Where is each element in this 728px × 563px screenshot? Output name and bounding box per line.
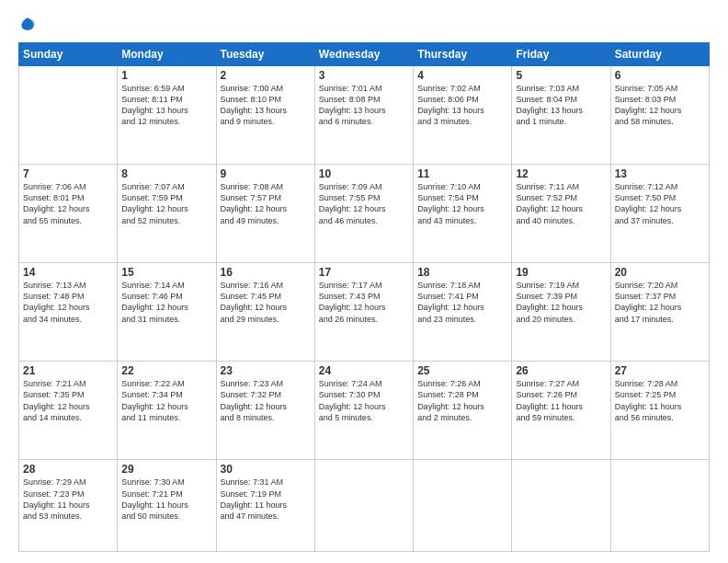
- week-row-5: 28Sunrise: 7:29 AM Sunset: 7:23 PM Dayli…: [19, 460, 710, 552]
- day-number: 1: [121, 69, 211, 82]
- calendar-cell: 5Sunrise: 7:03 AM Sunset: 8:04 PM Daylig…: [512, 66, 610, 165]
- weekday-header-row: SundayMondayTuesdayWednesdayThursdayFrid…: [19, 43, 710, 66]
- weekday-header-tuesday: Tuesday: [216, 43, 314, 66]
- week-row-2: 7Sunrise: 7:06 AM Sunset: 8:01 PM Daylig…: [19, 165, 710, 263]
- day-number: 29: [121, 463, 211, 476]
- day-number: 21: [23, 364, 113, 377]
- day-number: 4: [417, 69, 507, 82]
- cell-info: Sunrise: 7:20 AM Sunset: 7:37 PM Dayligh…: [615, 280, 705, 325]
- day-number: 10: [319, 167, 409, 180]
- day-number: 18: [417, 266, 507, 279]
- day-number: 19: [516, 266, 606, 279]
- calendar-cell: 26Sunrise: 7:27 AM Sunset: 7:26 PM Dayli…: [512, 362, 610, 460]
- day-number: 22: [121, 364, 211, 377]
- cell-info: Sunrise: 7:05 AM Sunset: 8:03 PM Dayligh…: [615, 83, 705, 128]
- calendar-cell: 27Sunrise: 7:28 AM Sunset: 7:25 PM Dayli…: [610, 362, 709, 460]
- calendar-cell: 23Sunrise: 7:23 AM Sunset: 7:32 PM Dayli…: [216, 362, 314, 460]
- day-number: 30: [221, 463, 311, 476]
- cell-info: Sunrise: 7:27 AM Sunset: 7:26 PM Dayligh…: [516, 378, 606, 423]
- cell-info: Sunrise: 7:21 AM Sunset: 7:35 PM Dayligh…: [23, 378, 113, 423]
- cell-info: Sunrise: 7:28 AM Sunset: 7:25 PM Dayligh…: [615, 378, 705, 423]
- calendar-cell: 13Sunrise: 7:12 AM Sunset: 7:50 PM Dayli…: [610, 165, 709, 263]
- day-number: 26: [516, 364, 606, 377]
- cell-info: Sunrise: 7:18 AM Sunset: 7:41 PM Dayligh…: [417, 280, 507, 325]
- weekday-header-wednesday: Wednesday: [314, 43, 413, 66]
- cell-info: Sunrise: 7:30 AM Sunset: 7:21 PM Dayligh…: [121, 477, 211, 522]
- page: SundayMondayTuesdayWednesdayThursdayFrid…: [0, 0, 728, 563]
- day-number: 24: [319, 364, 409, 377]
- cell-info: Sunrise: 7:24 AM Sunset: 7:30 PM Dayligh…: [319, 378, 409, 423]
- weekday-header-thursday: Thursday: [414, 43, 512, 66]
- calendar-cell: 28Sunrise: 7:29 AM Sunset: 7:23 PM Dayli…: [19, 460, 118, 552]
- cell-info: Sunrise: 7:02 AM Sunset: 8:06 PM Dayligh…: [417, 83, 507, 128]
- day-number: 11: [417, 167, 507, 180]
- day-number: 5: [516, 69, 606, 82]
- calendar-cell: 1Sunrise: 6:59 AM Sunset: 8:11 PM Daylig…: [118, 66, 216, 165]
- cell-info: Sunrise: 7:01 AM Sunset: 8:08 PM Dayligh…: [319, 83, 409, 128]
- day-number: 3: [319, 69, 409, 82]
- header: [18, 15, 710, 33]
- day-number: 23: [221, 364, 311, 377]
- weekday-header-friday: Friday: [512, 43, 610, 66]
- calendar-cell: 17Sunrise: 7:17 AM Sunset: 7:43 PM Dayli…: [314, 263, 413, 362]
- calendar-cell: 4Sunrise: 7:02 AM Sunset: 8:06 PM Daylig…: [414, 66, 512, 165]
- cell-info: Sunrise: 7:09 AM Sunset: 7:55 PM Dayligh…: [319, 181, 409, 226]
- weekday-header-saturday: Saturday: [610, 43, 709, 66]
- cell-info: Sunrise: 7:10 AM Sunset: 7:54 PM Dayligh…: [417, 181, 507, 226]
- cell-info: Sunrise: 7:29 AM Sunset: 7:23 PM Dayligh…: [23, 477, 113, 522]
- calendar-cell: 18Sunrise: 7:18 AM Sunset: 7:41 PM Dayli…: [414, 263, 512, 362]
- day-number: 13: [615, 167, 705, 180]
- calendar-cell: 30Sunrise: 7:31 AM Sunset: 7:19 PM Dayli…: [216, 460, 314, 552]
- calendar-cell: 20Sunrise: 7:20 AM Sunset: 7:37 PM Dayli…: [610, 263, 709, 362]
- calendar-cell: 7Sunrise: 7:06 AM Sunset: 8:01 PM Daylig…: [19, 165, 118, 263]
- calendar-cell: 14Sunrise: 7:13 AM Sunset: 7:48 PM Dayli…: [19, 263, 118, 362]
- weekday-header-monday: Monday: [118, 43, 216, 66]
- cell-info: Sunrise: 7:07 AM Sunset: 7:59 PM Dayligh…: [121, 181, 211, 226]
- logo: [18, 15, 40, 33]
- cell-info: Sunrise: 7:14 AM Sunset: 7:46 PM Dayligh…: [121, 280, 211, 325]
- calendar-cell: 3Sunrise: 7:01 AM Sunset: 8:08 PM Daylig…: [314, 66, 413, 165]
- week-row-3: 14Sunrise: 7:13 AM Sunset: 7:48 PM Dayli…: [19, 263, 710, 362]
- cell-info: Sunrise: 7:22 AM Sunset: 7:34 PM Dayligh…: [121, 378, 211, 423]
- calendar-cell: 2Sunrise: 7:00 AM Sunset: 8:10 PM Daylig…: [216, 66, 314, 165]
- calendar-cell: 22Sunrise: 7:22 AM Sunset: 7:34 PM Dayli…: [118, 362, 216, 460]
- cell-info: Sunrise: 7:11 AM Sunset: 7:52 PM Dayligh…: [516, 181, 606, 226]
- day-number: 6: [615, 69, 705, 82]
- cell-info: Sunrise: 7:31 AM Sunset: 7:19 PM Dayligh…: [221, 477, 311, 522]
- day-number: 12: [516, 167, 606, 180]
- day-number: 25: [417, 364, 507, 377]
- calendar-cell: 10Sunrise: 7:09 AM Sunset: 7:55 PM Dayli…: [314, 165, 413, 263]
- cell-info: Sunrise: 7:23 AM Sunset: 7:32 PM Dayligh…: [221, 378, 311, 423]
- calendar-cell: 24Sunrise: 7:24 AM Sunset: 7:30 PM Dayli…: [314, 362, 413, 460]
- cell-info: Sunrise: 7:13 AM Sunset: 7:48 PM Dayligh…: [23, 280, 113, 325]
- calendar-cell: [414, 460, 512, 552]
- cell-info: Sunrise: 7:06 AM Sunset: 8:01 PM Dayligh…: [23, 181, 113, 226]
- day-number: 2: [221, 69, 311, 82]
- cell-info: Sunrise: 7:19 AM Sunset: 7:39 PM Dayligh…: [516, 280, 606, 325]
- calendar-cell: [512, 460, 610, 552]
- weekday-header-sunday: Sunday: [19, 43, 118, 66]
- calendar-cell: 19Sunrise: 7:19 AM Sunset: 7:39 PM Dayli…: [512, 263, 610, 362]
- cell-info: Sunrise: 7:00 AM Sunset: 8:10 PM Dayligh…: [221, 83, 311, 128]
- cell-info: Sunrise: 7:26 AM Sunset: 7:28 PM Dayligh…: [417, 378, 507, 423]
- cell-info: Sunrise: 7:12 AM Sunset: 7:50 PM Dayligh…: [615, 181, 705, 226]
- day-number: 20: [615, 266, 705, 279]
- cell-info: Sunrise: 7:08 AM Sunset: 7:57 PM Dayligh…: [221, 181, 311, 226]
- calendar-cell: 15Sunrise: 7:14 AM Sunset: 7:46 PM Dayli…: [118, 263, 216, 362]
- day-number: 9: [221, 167, 311, 180]
- calendar-table: SundayMondayTuesdayWednesdayThursdayFrid…: [18, 42, 710, 552]
- day-number: 16: [221, 266, 311, 279]
- cell-info: Sunrise: 7:03 AM Sunset: 8:04 PM Dayligh…: [516, 83, 606, 128]
- calendar-cell: 12Sunrise: 7:11 AM Sunset: 7:52 PM Dayli…: [512, 165, 610, 263]
- calendar-cell: 9Sunrise: 7:08 AM Sunset: 7:57 PM Daylig…: [216, 165, 314, 263]
- day-number: 28: [23, 463, 113, 476]
- logo-icon: [18, 15, 37, 33]
- day-number: 17: [319, 266, 409, 279]
- day-number: 7: [23, 167, 113, 180]
- calendar-cell: 16Sunrise: 7:16 AM Sunset: 7:45 PM Dayli…: [216, 263, 314, 362]
- day-number: 14: [23, 266, 113, 279]
- day-number: 27: [615, 364, 705, 377]
- week-row-4: 21Sunrise: 7:21 AM Sunset: 7:35 PM Dayli…: [19, 362, 710, 460]
- calendar-cell: [19, 66, 118, 165]
- calendar-cell: [314, 460, 413, 552]
